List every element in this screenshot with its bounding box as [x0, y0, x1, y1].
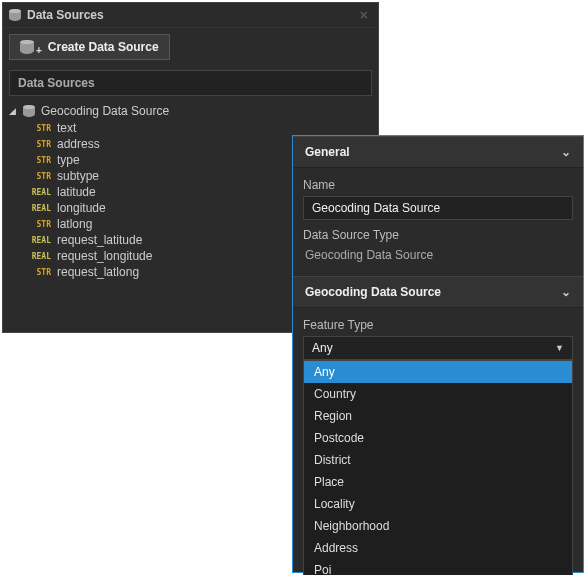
feature-type-option[interactable]: Any	[304, 361, 572, 383]
plus-icon: +	[36, 45, 42, 56]
field-name-label: request_latitude	[57, 233, 142, 247]
field-type-badge: STR	[27, 172, 51, 181]
chevron-down-icon: ⌄	[561, 145, 571, 159]
general-header-label: General	[305, 145, 350, 159]
data-source-type-label: Data Source Type	[303, 228, 573, 242]
data-source-type-value: Geocoding Data Source	[303, 246, 573, 266]
chevron-down-icon: ▼	[555, 343, 564, 353]
field-type-badge: REAL	[27, 252, 51, 261]
create-data-source-button[interactable]: + Create Data Source	[9, 34, 170, 60]
geocoding-section-header[interactable]: Geocoding Data Source ⌄	[293, 276, 583, 308]
feature-type-selected-value: Any	[312, 341, 333, 355]
tree-field-item[interactable]: STRtext	[27, 120, 372, 136]
feature-type-dropdown[interactable]: Any ▼	[303, 336, 573, 360]
collapse-caret-icon[interactable]: ◢	[9, 106, 19, 116]
field-name-label: type	[57, 153, 80, 167]
field-name-label: address	[57, 137, 100, 151]
field-type-badge: REAL	[27, 236, 51, 245]
field-name-label: longitude	[57, 201, 106, 215]
name-label: Name	[303, 178, 573, 192]
name-input[interactable]	[303, 196, 573, 220]
feature-type-option[interactable]: District	[304, 449, 572, 471]
field-name-label: request_longitude	[57, 249, 152, 263]
close-icon[interactable]: ×	[356, 7, 372, 23]
general-section-header[interactable]: General ⌄	[293, 136, 583, 168]
field-type-badge: STR	[27, 268, 51, 277]
tree-root-label: Geocoding Data Source	[41, 104, 169, 118]
field-type-badge: STR	[27, 220, 51, 229]
panel-titlebar: Data Sources ×	[3, 3, 378, 28]
database-icon	[20, 40, 34, 54]
field-name-label: text	[57, 121, 76, 135]
general-section-body: Name Data Source Type Geocoding Data Sou…	[293, 168, 583, 276]
feature-type-option[interactable]: Poi	[304, 559, 572, 575]
feature-type-option[interactable]: Region	[304, 405, 572, 427]
geocoding-section-body: Feature Type Any ▼ AnyCountryRegionPostc…	[293, 308, 583, 575]
field-type-badge: STR	[27, 140, 51, 149]
chevron-down-icon: ⌄	[561, 285, 571, 299]
feature-type-dropdown-list: AnyCountryRegionPostcodeDistrictPlaceLoc…	[303, 360, 573, 575]
create-button-label: Create Data Source	[48, 40, 159, 54]
properties-panel: General ⌄ Name Data Source Type Geocodin…	[292, 135, 584, 573]
field-name-label: latitude	[57, 185, 96, 199]
field-type-badge: STR	[27, 124, 51, 133]
database-icon	[23, 105, 35, 117]
field-name-label: latlong	[57, 217, 92, 231]
feature-type-option[interactable]: Address	[304, 537, 572, 559]
field-name-label: subtype	[57, 169, 99, 183]
feature-type-option[interactable]: Place	[304, 471, 572, 493]
field-type-badge: STR	[27, 156, 51, 165]
geocoding-header-label: Geocoding Data Source	[305, 285, 441, 299]
data-sources-list-header: Data Sources	[9, 70, 372, 96]
feature-type-option[interactable]: Postcode	[304, 427, 572, 449]
database-icon	[9, 9, 21, 21]
field-type-badge: REAL	[27, 204, 51, 213]
tree-root-item[interactable]: ◢ Geocoding Data Source	[9, 102, 372, 120]
field-type-badge: REAL	[27, 188, 51, 197]
feature-type-option[interactable]: Country	[304, 383, 572, 405]
panel-title-text: Data Sources	[27, 8, 104, 22]
feature-type-label: Feature Type	[303, 318, 573, 332]
feature-type-option[interactable]: Locality	[304, 493, 572, 515]
feature-type-option[interactable]: Neighborhood	[304, 515, 572, 537]
field-name-label: request_latlong	[57, 265, 139, 279]
